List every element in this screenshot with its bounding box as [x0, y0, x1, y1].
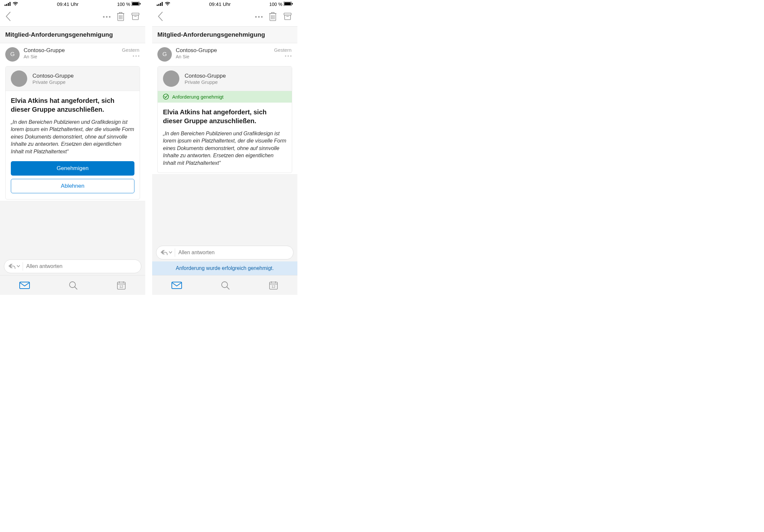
- tab-calendar[interactable]: 12: [269, 281, 278, 290]
- svg-rect-11: [132, 13, 139, 15]
- status-time: 09:41 Uhr: [209, 1, 231, 7]
- page-title: Mitglied-Anforderungsgenehmigung: [157, 31, 292, 38]
- sender-name: Contoso-Gruppe: [176, 47, 270, 54]
- svg-rect-36: [172, 282, 182, 289]
- screenshot-right: 09:41 Uhr 100 % Mitglied-Anforderungsgen…: [152, 0, 298, 295]
- reply-input[interactable]: [178, 250, 293, 255]
- battery-pct: 100 %: [269, 2, 282, 7]
- svg-rect-23: [160, 3, 161, 6]
- approve-button[interactable]: Genehmigen: [11, 161, 134, 176]
- svg-rect-26: [284, 2, 291, 5]
- archive-icon[interactable]: [283, 12, 292, 22]
- card-headline: Elvia Atkins hat angefordert, sich diese…: [11, 96, 134, 114]
- group-type: Private Gruppe: [185, 79, 226, 85]
- success-toast: Anforderung wurde erfolgreich genehmigt.: [152, 261, 297, 275]
- tab-calendar[interactable]: 12: [117, 281, 126, 290]
- calendar-day: 12: [269, 285, 278, 289]
- sender-avatar: G: [5, 47, 20, 62]
- group-avatar: [163, 70, 179, 87]
- svg-rect-0: [5, 5, 6, 6]
- reply-bar-container: [152, 242, 297, 261]
- svg-rect-27: [292, 3, 293, 5]
- svg-rect-14: [20, 282, 30, 289]
- svg-rect-22: [158, 4, 159, 6]
- back-button[interactable]: [157, 11, 163, 23]
- sender-to: An Sie: [24, 54, 118, 59]
- chevron-down-icon: [17, 265, 20, 268]
- signal-icon: [5, 1, 11, 7]
- tab-search[interactable]: [221, 281, 230, 290]
- svg-rect-5: [132, 2, 139, 5]
- screenshot-left: 09:41 Uhr 100 % Mitglied-Anforderungsgen…: [0, 0, 146, 295]
- svg-rect-21: [157, 5, 158, 6]
- reply-input[interactable]: [26, 263, 141, 269]
- svg-point-15: [70, 282, 76, 288]
- svg-rect-12: [132, 15, 138, 20]
- sender-name: Contoso-Gruppe: [24, 47, 118, 54]
- page-title: Mitglied-Anforderungsgenehmigung: [5, 31, 140, 38]
- wifi-icon: [12, 1, 18, 7]
- svg-rect-24: [162, 2, 163, 6]
- approved-banner: Anforderung genehmigt: [158, 91, 292, 102]
- svg-line-16: [75, 287, 77, 289]
- sender-more-icon[interactable]: [274, 56, 291, 57]
- approved-label: Anforderung genehmigt: [172, 94, 224, 100]
- tab-mail[interactable]: [19, 282, 30, 289]
- calendar-day: 12: [117, 285, 126, 289]
- tab-bar: 12: [152, 275, 297, 295]
- wifi-icon: [165, 1, 170, 7]
- svg-rect-3: [10, 2, 11, 6]
- svg-rect-1: [6, 4, 7, 6]
- back-button[interactable]: [5, 11, 11, 23]
- nav-bar: [152, 8, 297, 27]
- group-type: Private Gruppe: [33, 79, 74, 85]
- status-time: 09:41 Uhr: [57, 1, 79, 7]
- nav-bar: [0, 8, 145, 27]
- reject-button[interactable]: Ablehnen: [11, 179, 134, 193]
- approval-card: Contoso-Gruppe Private Gruppe Anforderun…: [157, 66, 292, 173]
- trash-icon[interactable]: [269, 11, 277, 23]
- page-title-section: Mitglied-Anforderungsgenehmigung: [152, 27, 297, 43]
- group-avatar: [11, 70, 27, 87]
- more-icon[interactable]: [103, 16, 110, 18]
- check-circle-icon: [163, 94, 169, 100]
- reply-all-icon[interactable]: [8, 262, 23, 271]
- sender-time: Gestern: [122, 47, 139, 53]
- reply-bar[interactable]: [156, 246, 293, 259]
- reply-bar-container: [0, 256, 145, 275]
- page-title-section: Mitglied-Anforderungsgenehmigung: [0, 27, 145, 43]
- svg-point-35: [163, 94, 168, 99]
- card-body-text: „In den Bereichen Publizieren und Grafik…: [11, 119, 134, 155]
- card-header: Contoso-Gruppe Private Gruppe: [158, 66, 292, 91]
- svg-rect-6: [140, 3, 141, 5]
- approval-card: Contoso-Gruppe Private Gruppe Elvia Atki…: [5, 66, 140, 200]
- card-header: Contoso-Gruppe Private Gruppe: [6, 66, 140, 91]
- group-name: Contoso-Gruppe: [33, 73, 74, 79]
- reply-bar[interactable]: [4, 259, 141, 273]
- trash-icon[interactable]: [116, 11, 125, 23]
- sender-avatar: G: [157, 47, 172, 62]
- sender-row[interactable]: G Contoso-Gruppe An Sie Gestern: [152, 43, 297, 65]
- tab-search[interactable]: [69, 281, 78, 290]
- signal-icon: [157, 1, 163, 7]
- sender-row[interactable]: G Contoso-Gruppe An Sie Gestern: [0, 43, 145, 65]
- svg-rect-33: [285, 15, 290, 20]
- status-bar: 09:41 Uhr 100 %: [0, 0, 145, 8]
- svg-point-37: [222, 282, 228, 288]
- tab-bar: 12: [0, 275, 145, 295]
- more-icon[interactable]: [255, 16, 263, 18]
- svg-line-38: [227, 287, 229, 289]
- svg-rect-32: [284, 13, 291, 15]
- sender-more-icon[interactable]: [122, 56, 139, 57]
- tab-mail[interactable]: [171, 282, 182, 289]
- battery-pct: 100 %: [117, 2, 130, 7]
- group-name: Contoso-Gruppe: [185, 73, 226, 79]
- card-body-text: „In den Bereichen Publizieren und Grafik…: [163, 130, 286, 167]
- reply-all-icon[interactable]: [160, 248, 175, 257]
- spacer: [152, 174, 297, 242]
- battery-icon: [131, 1, 141, 7]
- sender-time: Gestern: [274, 47, 291, 53]
- archive-icon[interactable]: [131, 12, 140, 22]
- sender-to: An Sie: [176, 54, 270, 59]
- svg-rect-2: [8, 3, 9, 6]
